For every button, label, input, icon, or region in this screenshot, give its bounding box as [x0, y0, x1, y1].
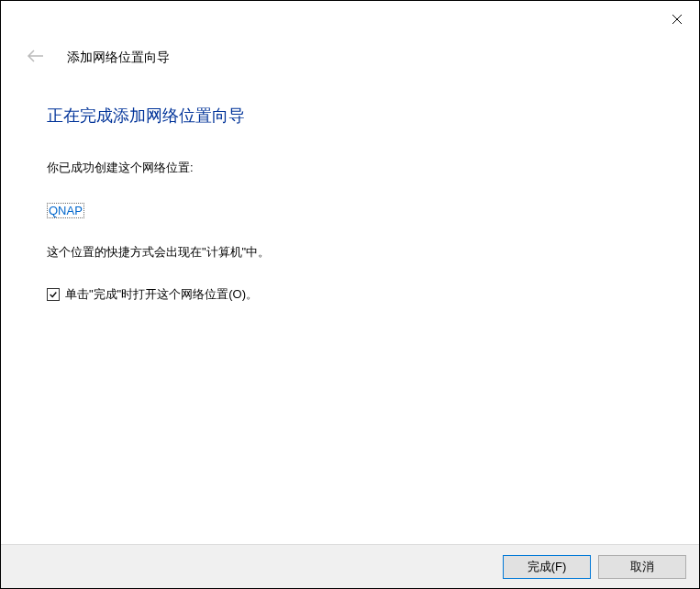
success-text: 你已成功创建这个网络位置:: [47, 160, 653, 176]
shortcut-text: 这个位置的快捷方式会出现在"计算机"中。: [47, 244, 653, 261]
open-location-checkbox-row: 单击"完成"时打开这个网络位置(O)。: [47, 286, 653, 303]
page-heading: 正在完成添加网络位置向导: [47, 105, 653, 127]
back-arrow-icon: [27, 47, 45, 68]
wizard-footer: 完成(F) 取消: [1, 544, 699, 588]
close-button[interactable]: [666, 8, 688, 30]
wizard-title: 添加网络位置向导: [67, 50, 170, 66]
location-name-link: QNAP: [47, 203, 84, 218]
cancel-button[interactable]: 取消: [598, 555, 686, 579]
open-location-checkbox-label[interactable]: 单击"完成"时打开这个网络位置(O)。: [65, 286, 258, 303]
wizard-header: 添加网络位置向导: [1, 1, 699, 68]
finish-button[interactable]: 完成(F): [503, 555, 591, 579]
wizard-content: 正在完成添加网络位置向导 你已成功创建这个网络位置: QNAP 这个位置的快捷方…: [1, 68, 699, 303]
open-location-checkbox[interactable]: [47, 288, 60, 301]
